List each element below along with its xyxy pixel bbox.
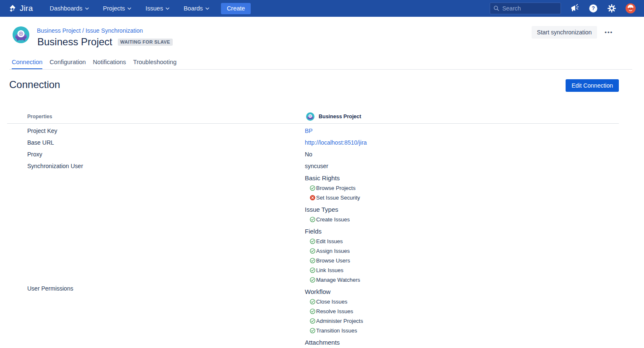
chevron-down-icon: [166, 7, 169, 10]
user-permissions-row: User Permissions Basic RightsBrowse Proj…: [7, 172, 619, 348]
section-title: Connection: [9, 79, 60, 91]
permission-item: Set Issue Security: [305, 193, 619, 203]
jira-logo-icon: [8, 4, 17, 13]
permission-item: Resolve Issues: [305, 306, 619, 316]
permission-item-label: Link Issues: [316, 267, 343, 273]
granted-check-icon: [310, 258, 315, 263]
nav-item-boards[interactable]: Boards: [184, 5, 209, 12]
permission-group: FieldsEdit IssuesAssign IssuesBrowse Use…: [305, 226, 619, 285]
granted-check-icon: [310, 267, 315, 273]
breadcrumb[interactable]: Business Project / Issue Synchronization: [37, 27, 143, 34]
tab-configuration[interactable]: Configuration: [49, 59, 86, 69]
permission-item: Assign Issues: [305, 246, 619, 256]
search-icon: [493, 5, 499, 11]
permission-item-label: Browse Users: [316, 257, 350, 264]
project-key-value[interactable]: BP: [305, 127, 619, 134]
permission-item-label: Create Issues: [316, 216, 350, 223]
nav-item-label: Issues: [145, 5, 163, 12]
connection-properties-table: Properties Business Project Project Key …: [7, 110, 619, 348]
nav-menu: Dashboards Projects Issues Boards: [49, 5, 209, 12]
permission-group-title: Issue Types: [305, 204, 619, 215]
proxy-value: No: [305, 151, 619, 158]
permission-group-title: Attachments: [305, 337, 619, 348]
create-button[interactable]: Create: [221, 3, 251, 14]
permission-item-label: Administer Projects: [316, 318, 363, 324]
remote-project-column-header: Business Project: [319, 114, 361, 119]
more-actions-button[interactable]: •••: [605, 26, 613, 39]
permission-group-title: Workflow: [305, 286, 619, 297]
chevron-down-icon: [127, 7, 131, 10]
permission-item-label: Transition Issues: [316, 327, 357, 334]
permission-item: Browse Users: [305, 256, 619, 265]
granted-check-icon: [310, 239, 315, 244]
nav-item-projects[interactable]: Projects: [103, 5, 131, 12]
base-url-link[interactable]: http://localhost:8510/jira: [305, 139, 619, 146]
property-label: Base URL: [7, 139, 305, 146]
permission-item: Link Issues: [305, 265, 619, 275]
edit-connection-button[interactable]: Edit Connection: [566, 79, 619, 92]
chevron-down-icon: [205, 7, 209, 10]
properties-column-header: Properties: [7, 114, 305, 119]
table-row: Synchronization User syncuser: [7, 160, 619, 172]
nav-item-label: Dashboards: [49, 5, 82, 12]
permission-item: Manage Watchers: [305, 275, 619, 285]
permission-group-title: Basic Rights: [305, 172, 619, 183]
permission-item-label: Browse Projects: [316, 185, 356, 191]
permission-item: Browse Projects: [305, 183, 619, 193]
granted-check-icon: [310, 277, 315, 283]
permission-group: WorkflowClose IssuesResolve IssuesAdmini…: [305, 286, 619, 335]
granted-check-icon: [310, 309, 315, 314]
page-title: Business Project: [37, 36, 112, 48]
chevron-down-icon: [85, 7, 89, 10]
table-row: Base URL http://localhost:8510/jira: [7, 137, 619, 148]
search-input[interactable]: [502, 5, 553, 12]
permission-group: Issue TypesCreate Issues: [305, 204, 619, 224]
permission-group-title: Fields: [305, 226, 619, 236]
table-row: Project Key BP: [7, 125, 619, 137]
table-row: Proxy No: [7, 148, 619, 160]
permission-item-label: Resolve Issues: [316, 308, 353, 314]
tab-bar: Connection Configuration Notifications T…: [9, 59, 632, 70]
permission-item-label: Assign Issues: [316, 248, 350, 254]
permission-groups: Basic RightsBrowse ProjectsSet Issue Sec…: [305, 172, 619, 348]
nav-item-label: Projects: [103, 5, 125, 12]
sync-user-value: syncuser: [305, 163, 619, 169]
permission-item-label: Set Issue Security: [316, 195, 360, 201]
property-label: User Permissions: [7, 172, 305, 348]
granted-check-icon: [310, 217, 315, 222]
tab-notifications[interactable]: Notifications: [93, 59, 126, 69]
remote-project-avatar: [306, 112, 314, 121]
property-label: Synchronization User: [7, 163, 305, 169]
settings-gear-icon[interactable]: [607, 4, 616, 13]
jira-logo-text: Jira: [20, 4, 33, 13]
tab-connection[interactable]: Connection: [12, 59, 42, 69]
help-icon[interactable]: ?: [589, 4, 598, 13]
nav-item-label: Boards: [184, 5, 203, 12]
granted-check-icon: [310, 318, 315, 324]
granted-check-icon: [310, 185, 315, 191]
granted-check-icon: [310, 248, 315, 254]
denied-cross-icon: [310, 195, 315, 200]
property-label: Proxy: [7, 151, 305, 158]
svg-text:?: ?: [592, 5, 595, 11]
nav-item-issues[interactable]: Issues: [145, 5, 169, 12]
permission-group: AttachmentsCreate Attachments: [305, 337, 619, 348]
property-label: Project Key: [7, 127, 305, 134]
granted-check-icon: [310, 299, 315, 304]
status-badge: WAITING FOR SLAVE: [118, 39, 173, 46]
tab-troubleshooting[interactable]: Troubleshooting: [133, 59, 177, 69]
permission-item: Close Issues: [305, 297, 619, 306]
search-box[interactable]: [490, 3, 561, 14]
announcements-megaphone-icon[interactable]: [570, 4, 579, 13]
project-avatar: [13, 26, 29, 43]
nav-item-dashboards[interactable]: Dashboards: [49, 5, 88, 12]
start-synchronization-button[interactable]: Start synchronization: [532, 26, 597, 39]
granted-check-icon: [310, 328, 315, 333]
permission-item: Transition Issues: [305, 326, 619, 335]
permission-item-label: Edit Issues: [316, 238, 343, 244]
permission-item: Administer Projects: [305, 316, 619, 326]
jira-logo[interactable]: Jira: [8, 4, 33, 13]
permission-item: Edit Issues: [305, 236, 619, 246]
permission-item: Create Issues: [305, 215, 619, 224]
user-avatar[interactable]: [626, 3, 636, 13]
